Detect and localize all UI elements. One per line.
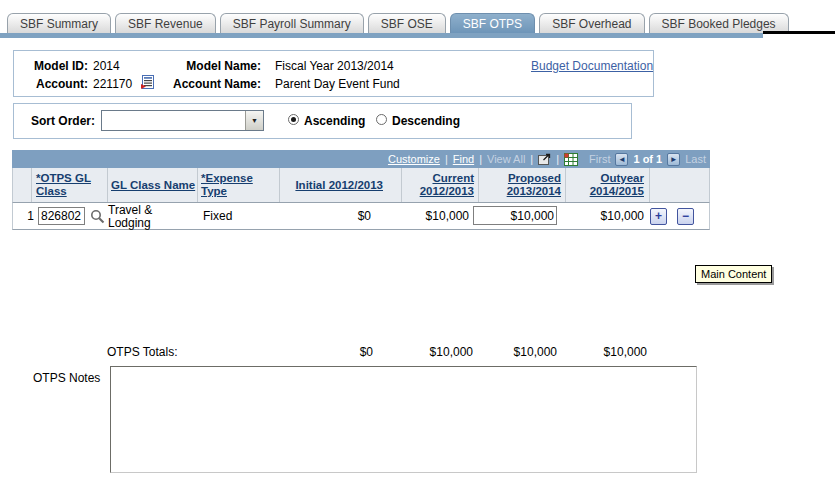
- first-link: First: [589, 153, 610, 165]
- ascending-label: Ascending: [304, 114, 365, 128]
- toolbar-separator: |: [530, 153, 533, 165]
- add-row-button[interactable]: +: [650, 208, 667, 225]
- grid-toolbar: Customize | Find | View All | | First ◄ …: [12, 150, 710, 168]
- row-number: 1: [21, 210, 34, 223]
- previous-row-icon[interactable]: ◄: [615, 153, 628, 166]
- tab-sbf-otps[interactable]: SBF OTPS: [450, 13, 535, 33]
- chevron-down-icon[interactable]: ▼: [245, 111, 263, 130]
- column-header-gl-class-name[interactable]: GL Class Name: [111, 179, 195, 192]
- descending-label: Descending: [392, 114, 460, 128]
- column-header-initial[interactable]: Initial 2012/2013: [279, 179, 383, 192]
- column-header-expense-type[interactable]: *Expense Type: [201, 172, 261, 198]
- view-all-link: View All: [487, 153, 525, 165]
- tab-bar: SBF Summary SBF Revenue SBF Payroll Summ…: [7, 13, 789, 33]
- initial-amount-cell: $0: [303, 210, 371, 223]
- sbf-otps-page: SBF Summary SBF Revenue SBF Payroll Summ…: [0, 0, 835, 479]
- column-header-proposed[interactable]: Proposed 2013/2014: [495, 172, 561, 198]
- tab-sbf-overhead[interactable]: SBF Overhead: [539, 13, 644, 33]
- table-row: 1 Travel & Lodging Fixed $0 $10,000 $10,…: [12, 202, 710, 230]
- next-row-icon[interactable]: ►: [667, 153, 680, 166]
- sort-order-panel: Sort Order: ▼ Ascending Descending: [13, 103, 632, 139]
- expense-type-cell: Fixed: [203, 210, 232, 223]
- ascending-radio[interactable]: [288, 114, 299, 125]
- top-right-divider: [763, 31, 835, 34]
- gl-class-name-cell: Travel & Lodging: [108, 204, 180, 230]
- main-content-tooltip: Main Content: [695, 265, 772, 283]
- account-name-label: Account Name:: [114, 77, 261, 91]
- model-name-value: Fiscal Year 2013/2014: [275, 59, 394, 73]
- otps-total-current: $10,000: [405, 345, 473, 359]
- delete-row-button[interactable]: −: [677, 208, 694, 225]
- tab-sbf-summary[interactable]: SBF Summary: [7, 13, 111, 33]
- toolbar-separator: |: [479, 153, 482, 165]
- sort-order-label: Sort Order:: [31, 114, 95, 128]
- last-link: Last: [685, 153, 706, 165]
- otps-notes-textarea[interactable]: [110, 366, 697, 473]
- tab-sbf-ose[interactable]: SBF OSE: [368, 13, 446, 33]
- customize-link[interactable]: Customize: [388, 153, 440, 165]
- otps-total-proposed: $10,000: [489, 345, 557, 359]
- otps-total-initial: $0: [305, 345, 373, 359]
- grid-header-row: *OTPS GL Class GL Class Name *Expense Ty…: [12, 168, 710, 202]
- model-name-label: Model Name:: [114, 59, 261, 73]
- tab-underline-bar: [0, 33, 763, 38]
- model-id-label: Model ID:: [24, 59, 88, 73]
- popout-window-icon[interactable]: [538, 153, 551, 165]
- model-info-panel: Model ID: 2014 Model Name: Fiscal Year 2…: [13, 50, 654, 97]
- column-header-otps-gl-class[interactable]: *OTPS GL Class: [36, 172, 94, 198]
- otps-total-outyear: $10,000: [579, 345, 647, 359]
- descending-radio[interactable]: [376, 114, 387, 125]
- sort-order-select[interactable]: ▼: [101, 110, 264, 131]
- tab-sbf-payroll-summary[interactable]: SBF Payroll Summary: [220, 13, 364, 33]
- current-amount-cell: $10,000: [405, 210, 469, 223]
- budget-documentation-link[interactable]: Budget Documentation: [531, 59, 653, 73]
- tab-sbf-revenue[interactable]: SBF Revenue: [115, 13, 216, 33]
- column-header-outyear[interactable]: Outyear 2014/2015: [578, 172, 644, 198]
- toolbar-separator: |: [556, 153, 559, 165]
- gl-class-lookup-magnifier-icon[interactable]: [90, 209, 105, 224]
- account-name-value: Parent Day Event Fund: [275, 77, 400, 91]
- otps-totals-label: OTPS Totals:: [107, 345, 177, 359]
- tab-sbf-booked-pledges[interactable]: SBF Booked Pledges: [649, 13, 789, 33]
- outyear-amount-cell: $10,000: [580, 210, 644, 223]
- proposed-amount-input[interactable]: [473, 206, 557, 225]
- gl-class-input[interactable]: [38, 207, 85, 225]
- otps-notes-label: OTPS Notes: [33, 371, 100, 385]
- toolbar-separator: |: [445, 153, 448, 165]
- row-position-indicator: 1 of 1: [633, 153, 662, 165]
- download-grid-icon[interactable]: [564, 153, 578, 166]
- column-header-current[interactable]: Current 2012/2013: [408, 172, 474, 198]
- find-link[interactable]: Find: [453, 153, 474, 165]
- account-label: Account:: [24, 77, 88, 91]
